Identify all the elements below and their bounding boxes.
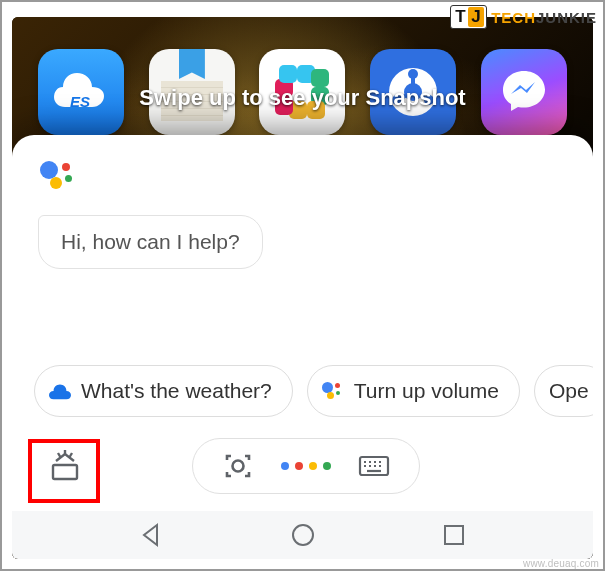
chip-label: What's the weather? bbox=[81, 379, 272, 403]
svg-line-7 bbox=[58, 453, 61, 458]
nav-home-button[interactable] bbox=[290, 522, 316, 548]
voice-button[interactable] bbox=[287, 462, 325, 470]
svg-rect-22 bbox=[445, 526, 463, 544]
explore-button[interactable] bbox=[42, 443, 88, 489]
keyboard-icon bbox=[358, 455, 390, 477]
svg-point-10 bbox=[232, 461, 243, 472]
nav-recents-button[interactable] bbox=[441, 522, 467, 548]
cloud-icon bbox=[49, 380, 71, 402]
toast-text: Swipe up to see your Snapshot bbox=[139, 85, 465, 110]
keyboard-button[interactable] bbox=[355, 455, 393, 477]
bookmark-icon bbox=[179, 49, 205, 79]
android-nav-bar bbox=[12, 511, 593, 559]
nav-back-button[interactable] bbox=[138, 522, 164, 548]
chip-partial[interactable]: Ope bbox=[534, 365, 593, 417]
assistant-actions-row bbox=[12, 435, 593, 497]
suggestion-chips-row: What's the weather? Turn up volume Ope bbox=[12, 365, 593, 419]
assistant-sheet: Hi, how can I help? What's the weather? … bbox=[12, 135, 593, 511]
source-watermark: www.deuaq.com bbox=[523, 558, 599, 569]
greeting-bubble: Hi, how can I help? bbox=[38, 215, 263, 269]
explore-icon bbox=[46, 447, 84, 485]
svg-line-8 bbox=[69, 453, 72, 458]
chip-label: Ope bbox=[549, 379, 589, 403]
chip-volume[interactable]: Turn up volume bbox=[307, 365, 520, 417]
google-assistant-logo bbox=[40, 157, 80, 197]
lens-button[interactable] bbox=[219, 451, 257, 481]
screenshot-frame: T J TECHJUNKIE ES bbox=[0, 0, 605, 571]
greeting-text: Hi, how can I help? bbox=[61, 230, 240, 253]
techjunkie-watermark: T J TECHJUNKIE bbox=[450, 2, 597, 32]
assistant-mini-icon bbox=[322, 380, 344, 402]
lens-icon bbox=[223, 451, 253, 481]
input-mode-pill bbox=[192, 438, 420, 494]
phone-screen: ES Swipe up to see your Snapshot bbox=[12, 17, 593, 559]
svg-rect-6 bbox=[53, 465, 77, 479]
chip-label: Turn up volume bbox=[354, 379, 499, 403]
chip-weather[interactable]: What's the weather? bbox=[34, 365, 293, 417]
google-dots-icon bbox=[281, 462, 331, 470]
snapshot-toast: Swipe up to see your Snapshot bbox=[12, 85, 593, 111]
svg-point-21 bbox=[293, 525, 313, 545]
